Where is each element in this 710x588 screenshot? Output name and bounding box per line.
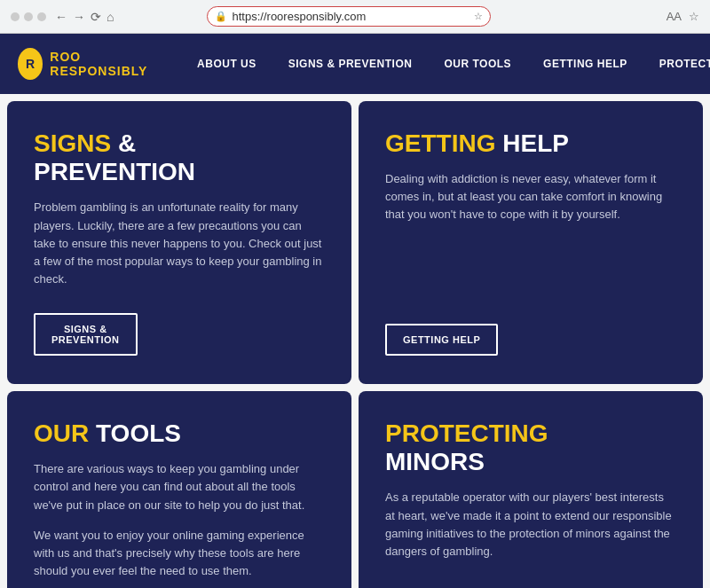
getting-rest: HELP [495, 129, 568, 157]
browser-dot-3 [37, 12, 46, 21]
browser-nav-buttons: ← → ⟳ ⌂ [55, 10, 114, 24]
bookmark-icon[interactable]: ☆ [689, 10, 699, 23]
site-header: R ROO RESPONSIBLY ABOUT US SIGNS & PREVE… [0, 34, 710, 94]
address-bar[interactable]: 🔒 https://rooresponsibly.com ☆ [207, 6, 491, 27]
home-button[interactable]: ⌂ [106, 10, 114, 24]
our-highlight: OUR [34, 419, 89, 447]
our-tools-title: OUR TOOLS [34, 419, 325, 448]
getting-help-desc: Dealing with addiction is never easy, wh… [385, 170, 676, 223]
main-content: SIGNS &PREVENTION Problem gambling is an… [0, 94, 710, 588]
translate-icon[interactable]: AA [667, 10, 682, 23]
back-button[interactable]: ← [55, 10, 67, 24]
reload-button[interactable]: ⟳ [91, 10, 101, 24]
protecting-minors-title: PROTECTINGMINORS [385, 419, 676, 476]
browser-dot-1 [11, 12, 20, 21]
nav-getting-help[interactable]: GETTING HELP [527, 34, 643, 94]
nav-our-tools[interactable]: OUR TOOLS [428, 34, 527, 94]
our-tools-desc1: There are various ways to keep you gambl… [34, 460, 325, 514]
signs-highlight: SIGNS [34, 129, 111, 157]
logo-responsibly: RESPONSIBLY [50, 64, 147, 78]
protecting-highlight: PROTECTING [385, 419, 548, 447]
logo[interactable]: R ROO RESPONSIBLY [18, 48, 154, 80]
nav-protecting-minors[interactable]: PROTECTING MINORS [643, 34, 710, 94]
forward-button[interactable]: → [73, 10, 85, 24]
card-our-tools: OUR TOOLS There are various ways to keep… [7, 391, 351, 588]
getting-help-title: GETTING HELP [385, 129, 676, 158]
lock-icon: 🔒 [215, 11, 227, 22]
signs-prevention-desc: Problem gambling is an unfortunate reali… [34, 199, 325, 288]
url-text: https://rooresponsibly.com [233, 10, 367, 23]
card-signs-prevention: SIGNS &PREVENTION Problem gambling is an… [7, 101, 351, 384]
site-nav: ABOUT US SIGNS & PREVENTION OUR TOOLS GE… [181, 34, 710, 94]
our-rest: TOOLS [89, 419, 181, 447]
signs-prevention-button[interactable]: SIGNS &PREVENTION [34, 313, 138, 356]
our-tools-desc2: We want you to enjoy your online gaming … [34, 527, 325, 580]
browser-dots [11, 12, 46, 21]
card-protecting-minors: PROTECTINGMINORS As a reputable operator… [359, 391, 703, 588]
getting-help-button[interactable]: GETTING HELP [385, 324, 498, 356]
nav-signs-prevention[interactable]: SIGNS & PREVENTION [272, 34, 429, 94]
card-getting-help: GETTING HELP Dealing with addiction is n… [359, 101, 703, 384]
logo-icon: R [18, 48, 43, 80]
star-icon: ☆ [474, 11, 483, 22]
logo-text: ROO RESPONSIBLY [50, 50, 154, 78]
browser-chrome: ← → ⟳ ⌂ 🔒 https://rooresponsibly.com ☆ A… [0, 0, 710, 34]
getting-highlight: GETTING [385, 129, 495, 157]
site-wrapper: R ROO RESPONSIBLY ABOUT US SIGNS & PREVE… [0, 34, 710, 588]
protecting-rest: MINORS [385, 448, 485, 475]
browser-dot-2 [24, 12, 33, 21]
logo-roo: ROO [50, 50, 81, 64]
browser-extra-icons: AA ☆ [667, 10, 699, 23]
nav-about-us[interactable]: ABOUT US [181, 34, 272, 94]
protecting-minors-desc: As a reputable operator with our players… [385, 489, 676, 561]
logo-letter: R [26, 57, 35, 71]
signs-prevention-title: SIGNS &PREVENTION [34, 129, 325, 186]
